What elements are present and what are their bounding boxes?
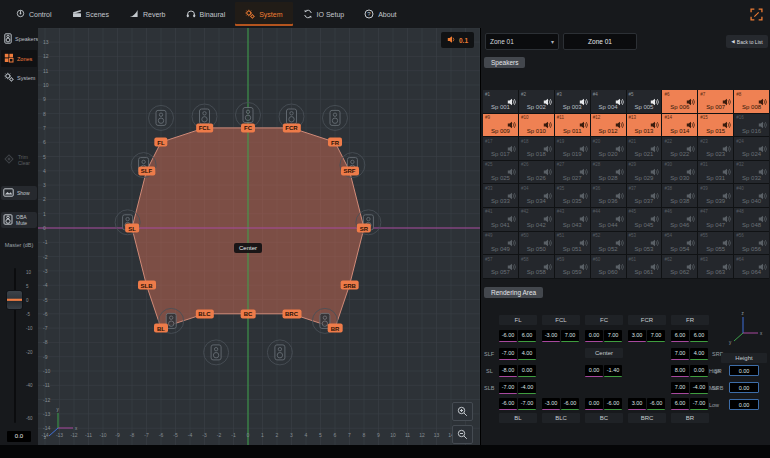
vertex-label-SRB[interactable]: SRB: [340, 281, 359, 290]
back-to-list-button[interactable]: ◀ Back to List: [726, 35, 768, 48]
BR-y-field[interactable]: -7.00: [690, 398, 708, 410]
sidebar-oba-mute-button[interactable]: OBAMute: [1, 212, 37, 228]
speaker-cell[interactable]: #19Sp 019: [555, 137, 590, 160]
FC-y-field[interactable]: 7.00: [604, 330, 622, 342]
sidebar-trim-clear-button[interactable]: TrimClear: [1, 151, 37, 168]
sidebar-item-speakers[interactable]: Speakers: [1, 30, 37, 48]
speaker-cell[interactable]: #33Sp 033: [483, 184, 518, 207]
lfe-badge[interactable]: 0.1: [441, 32, 474, 48]
sidebar-item-system[interactable]: System: [1, 69, 37, 86]
speaker-cell[interactable]: #51Sp 051: [555, 232, 590, 255]
vertex-label-SRF[interactable]: SRF: [341, 166, 359, 175]
tab-about[interactable]: ?About: [354, 2, 406, 26]
BC-x-field[interactable]: 0.00: [585, 398, 603, 410]
speaker-cell[interactable]: #40Sp 040: [734, 184, 769, 207]
FC-x-field[interactable]: 0.00: [585, 330, 603, 342]
speaker-cell[interactable]: #30Sp 030: [662, 161, 697, 184]
speaker-cell[interactable]: #48Sp 048: [734, 208, 769, 231]
tab-io-setup[interactable]: IO Setup: [293, 2, 355, 26]
speaker-cell[interactable]: #53Sp 053: [627, 232, 662, 255]
speaker-cell[interactable]: #34Sp 034: [519, 184, 554, 207]
speaker-cell[interactable]: #57Sp 057: [483, 255, 518, 278]
SL-x-field[interactable]: -8.00: [499, 365, 517, 377]
height-mid-field[interactable]: 0.00: [729, 382, 759, 393]
speaker-cell[interactable]: #59Sp 059: [555, 255, 590, 278]
vertex-label-SLB[interactable]: SLB: [138, 281, 156, 290]
zone-canvas[interactable]: xyz FLFCLFCFCRFRSLFSRFSLSRSLBSRBBLBLCBCB…: [38, 28, 480, 445]
speaker-cell[interactable]: #58Sp 058: [519, 255, 554, 278]
speaker-cell[interactable]: #32Sp 032: [734, 161, 769, 184]
speaker-cell[interactable]: #1Sp 001: [483, 90, 518, 113]
speaker-cell[interactable]: #2Sp 002: [519, 90, 554, 113]
SRB-y-field[interactable]: -4.00: [690, 382, 708, 394]
speaker-cell[interactable]: #61Sp 061: [627, 255, 662, 278]
tab-scenes[interactable]: Scenes: [62, 2, 119, 26]
zone-name-field[interactable]: [563, 33, 637, 50]
vertex-label-SL[interactable]: SL: [125, 224, 139, 233]
SR-x-field[interactable]: 8.00: [671, 365, 689, 377]
master-value[interactable]: 0.0: [7, 431, 31, 442]
speaker-cell[interactable]: #12Sp 012: [591, 114, 626, 137]
speaker-cell[interactable]: #35Sp 035: [555, 184, 590, 207]
speaker-cell[interactable]: #28Sp 028: [591, 161, 626, 184]
speaker-cell[interactable]: #52Sp 052: [591, 232, 626, 255]
BLC-x-field[interactable]: -3.00: [542, 398, 560, 410]
Center-x-field[interactable]: 0.00: [585, 365, 603, 377]
speaker-cell[interactable]: #29Sp 029: [627, 161, 662, 184]
speaker-cell[interactable]: #24Sp 024: [734, 137, 769, 160]
speaker-cell[interactable]: #16Sp 016: [734, 114, 769, 137]
speaker-cell[interactable]: #60Sp 060: [591, 255, 626, 278]
zoom-in-button[interactable]: [452, 402, 473, 421]
speaker-cell[interactable]: #36Sp 036: [591, 184, 626, 207]
vertex-label-FL[interactable]: FL: [154, 138, 167, 147]
vertex-label-FC[interactable]: FC: [241, 123, 255, 132]
speaker-cell[interactable]: #23Sp 023: [698, 137, 733, 160]
vertex-label-BLC[interactable]: BLC: [195, 309, 213, 318]
vertex-label-FR[interactable]: FR: [328, 138, 342, 147]
speaker-cell[interactable]: #13Sp 013: [627, 114, 662, 137]
BRC-x-field[interactable]: 3.00: [628, 398, 646, 410]
vertex-label-SR[interactable]: SR: [357, 224, 371, 233]
FR-x-field[interactable]: 6.00: [671, 330, 689, 342]
SR-y-field[interactable]: 0.00: [690, 365, 708, 377]
height-low-field[interactable]: 0.00: [729, 399, 759, 410]
SRF-y-field[interactable]: 4.00: [690, 348, 708, 360]
speaker-cell[interactable]: #62Sp 062: [662, 255, 697, 278]
speaker-cell[interactable]: #64Sp 064: [734, 255, 769, 278]
speaker-cell[interactable]: #44Sp 044: [591, 208, 626, 231]
FCR-x-field[interactable]: 3.00: [628, 330, 646, 342]
center-marker[interactable]: Center: [234, 243, 262, 253]
speaker-cell[interactable]: #10Sp 010: [519, 114, 554, 137]
speaker-cell[interactable]: #37Sp 037: [627, 184, 662, 207]
SRB-x-field[interactable]: 7.00: [671, 382, 689, 394]
speaker-cell[interactable]: #20Sp 020: [591, 137, 626, 160]
SRF-x-field[interactable]: 7.00: [671, 348, 689, 360]
speaker-cell[interactable]: #3Sp 003: [555, 90, 590, 113]
speaker-cell[interactable]: #39Sp 039: [698, 184, 733, 207]
speaker-cell[interactable]: #18Sp 018: [519, 137, 554, 160]
speaker-cell[interactable]: #4Sp 004: [591, 90, 626, 113]
BL-x-field[interactable]: -6.00: [499, 398, 517, 410]
speaker-cell[interactable]: #54Sp 054: [662, 232, 697, 255]
tab-reverb[interactable]: Reverb: [119, 2, 176, 26]
tab-system[interactable]: System: [235, 2, 292, 26]
SLB-y-field[interactable]: -4.00: [518, 382, 536, 394]
sidebar-show-button[interactable]: Show: [1, 186, 37, 200]
speaker-cell[interactable]: #17Sp 017: [483, 137, 518, 160]
vertex-label-BC[interactable]: BC: [241, 309, 256, 318]
fullscreen-icon[interactable]: [750, 7, 763, 20]
SL-y-field[interactable]: 0.00: [518, 365, 536, 377]
vertex-label-SLF[interactable]: SLF: [138, 166, 155, 175]
speaker-cell[interactable]: #55Sp 055: [698, 232, 733, 255]
SLF-x-field[interactable]: -7.00: [499, 348, 517, 360]
speaker-cell[interactable]: #42Sp 042: [519, 208, 554, 231]
SLF-y-field[interactable]: 4.00: [518, 348, 536, 360]
SLB-x-field[interactable]: -7.00: [499, 382, 517, 394]
BL-y-field[interactable]: -7.00: [518, 398, 536, 410]
master-fader[interactable]: 1050-5-10-20-40-60: [4, 268, 34, 423]
speaker-cell[interactable]: #25Sp 025: [483, 161, 518, 184]
vertex-label-FCR[interactable]: FCR: [282, 123, 300, 132]
speaker-cell[interactable]: #14Sp 014: [662, 114, 697, 137]
speaker-cell[interactable]: #9Sp 009: [483, 114, 518, 137]
vertex-label-BR[interactable]: BR: [328, 324, 343, 333]
